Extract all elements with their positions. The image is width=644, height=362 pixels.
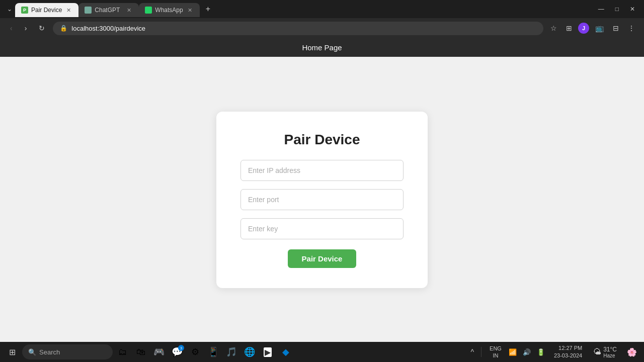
game-icon: 🎮 [153,346,165,357]
toolbar-icons: ☆ ⊞ J 📺 ⊟ ⋮ [547,22,638,34]
pair-device-button[interactable]: Pair Device [288,249,357,268]
lang-name: ENG [490,345,502,352]
whatsapp-icon: 📱 [208,346,219,357]
taskbar-app-chrome[interactable]: 🌐 [242,344,258,360]
tab-list-button[interactable]: ⌄ [4,4,15,15]
card-title: Pair Device [284,132,360,148]
weather-icon: 🌤 [593,347,601,356]
taskbar-search[interactable]: 🔍 Search [22,344,113,359]
tab-title-pair-device: Pair Device [31,7,62,14]
tab-close-chatgpt[interactable]: ✕ [125,7,133,14]
port-group [240,189,404,210]
tab-close-whatsapp[interactable]: ✕ [186,7,194,14]
close-window-button[interactable]: ✕ [625,4,640,15]
profile-letter: J [582,25,585,31]
clock-time: 12:27 PM [554,344,582,352]
tab-favicon-whatsapp [145,7,152,14]
taskbar-app-discord[interactable]: 💬 3 [169,344,185,360]
taskbar-right: ^ ENG IN 📶 🔊 🔋 12:27 PM 23-03-2024 🌤 31°… [469,344,640,360]
profile-avatar[interactable]: J [578,23,589,34]
ip-address-input[interactable] [240,160,404,181]
lock-icon: 🔒 [60,25,67,32]
tab-whatsapp[interactable]: WhatsApp ✕ [139,3,199,17]
tab-title-chatgpt: ChatGPT [95,7,122,14]
maximize-button[interactable]: □ [610,4,624,15]
taskbar-app-store[interactable]: 🛍 [133,344,149,360]
bookmark-button[interactable]: ☆ [547,22,560,34]
windows-logo-icon: ⊞ [9,347,16,357]
vscode-icon: ◆ [282,346,289,357]
tab-favicon-chatgpt [85,7,92,14]
ip-address-group [240,160,404,181]
pair-device-card: Pair Device Pair Device [216,112,428,288]
refresh-button[interactable]: ↻ [35,22,49,34]
taskbar-app-files[interactable]: 🗂 [115,344,131,360]
tab-pair-device[interactable]: P Pair Device ✕ [15,3,78,17]
browser-chrome: ⌄ P Pair Device ✕ ChatGPT ✕ WhatsApp ✕ +… [0,0,644,57]
taskbar-app-vscode[interactable]: ◆ [278,344,294,360]
taskbar-app-game[interactable]: 🎮 [151,344,167,360]
taskbar-app-terminal[interactable]: ▶ [260,344,276,360]
wifi-icon[interactable]: 📶 [508,347,518,357]
taskbar: ⊞ 🔍 Search 🗂 🛍 🎮 💬 3 ⚙ 📱 🎵 🌐 ▶ ◆ ^ [0,342,644,362]
tab-title-whatsapp: WhatsApp [155,7,183,14]
forward-button[interactable]: › [21,22,31,34]
taskbar-weather[interactable]: 🌤 31°C Haze [590,345,620,359]
discord-badge: 3 [178,345,184,351]
volume-icon[interactable]: 🔊 [522,347,532,357]
tab-favicon-pair: P [21,7,28,14]
taskbar-app-settings[interactable]: ⚙ [187,344,203,360]
settings-icon: ⚙ [191,346,199,357]
start-button[interactable]: ⊞ [4,344,20,360]
notification-button[interactable]: 🌸 [624,344,640,360]
menu-button[interactable]: ⋮ [625,22,638,34]
sidebar-button[interactable]: ⊟ [610,22,622,34]
url-input[interactable] [71,25,536,32]
file-explorer-icon: 🗂 [118,347,127,357]
tab-bar: ⌄ P Pair Device ✕ ChatGPT ✕ WhatsApp ✕ +… [0,0,644,18]
spotify-icon: 🎵 [226,346,237,357]
taskbar-app-whatsapp[interactable]: 📱 [205,344,221,360]
extensions-button[interactable]: ⊞ [563,22,575,34]
taskbar-search-icon: 🔍 [28,348,36,356]
taskbar-clock[interactable]: 12:27 PM 23-03-2024 [550,344,586,360]
notification-icon: 🌸 [627,347,637,357]
taskbar-search-label: Search [39,348,60,356]
address-bar: ‹ › ↻ 🔒 ☆ ⊞ J 📺 ⊟ ⋮ [0,18,644,38]
cast-button[interactable]: 📺 [592,22,607,34]
key-input[interactable] [240,218,404,239]
chrome-icon: 🌐 [244,346,255,357]
weather-temp: 31°C [603,346,617,353]
page-content: Pair Device Pair Device [0,57,644,342]
store-icon: 🛍 [136,347,145,357]
systray-separator [481,347,481,357]
page-header: Home Page [0,38,644,57]
key-group [240,218,404,239]
chevron-up-icon[interactable]: ^ [469,347,475,357]
terminal-icon: ▶ [264,347,272,357]
battery-icon[interactable]: 🔋 [536,347,546,357]
weather-condition: Haze [603,353,617,358]
tab-chatgpt[interactable]: ChatGPT ✕ [78,3,139,17]
taskbar-app-spotify[interactable]: 🎵 [223,344,239,360]
new-tab-button[interactable]: + [202,3,214,16]
language-indicator[interactable]: ENG IN [488,344,504,360]
page-header-title: Home Page [302,43,342,52]
minimize-button[interactable]: — [593,4,609,15]
back-button[interactable]: ‹ [6,22,17,34]
clock-date: 23-03-2024 [554,352,582,359]
port-input[interactable] [240,189,404,210]
lang-region: IN [490,352,502,359]
url-bar-container[interactable]: 🔒 [53,22,543,35]
systray: ^ [469,347,475,357]
tab-close-pair-device[interactable]: ✕ [65,7,72,14]
window-controls: — □ ✕ [593,4,640,15]
